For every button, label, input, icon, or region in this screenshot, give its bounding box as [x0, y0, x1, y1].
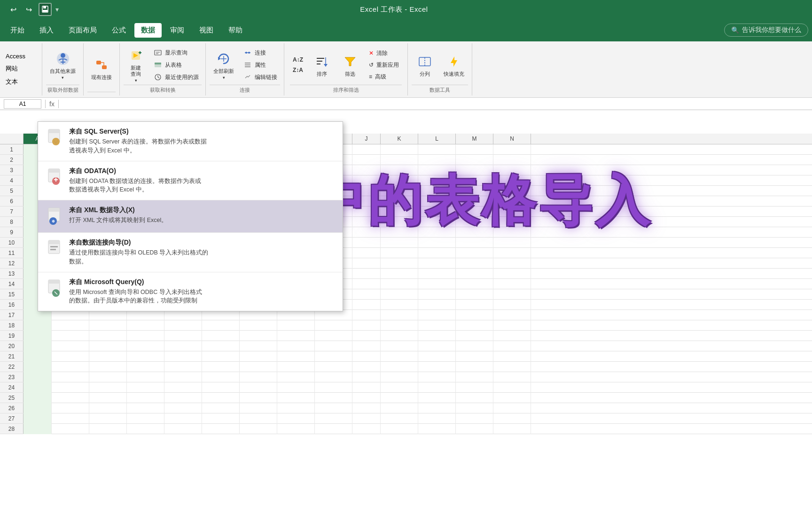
cell[interactable]	[315, 403, 352, 413]
cell[interactable]	[164, 331, 202, 341]
cell[interactable]	[240, 310, 277, 320]
cell[interactable]	[202, 382, 240, 393]
cell[interactable]	[418, 217, 456, 227]
cell[interactable]	[202, 424, 240, 434]
split-column-button[interactable]: 分列	[412, 51, 438, 79]
dropdown-data-wizard[interactable]: 来自数据连接向导(D) 通过使用数据连接向导和 OLEDB 导入未列出格式的数据…	[38, 233, 343, 272]
col-header-k[interactable]: K	[381, 134, 418, 144]
cell[interactable]	[456, 362, 493, 372]
cell[interactable]	[352, 372, 381, 382]
dropdown-sql-server[interactable]: 来自 SQL Server(S) 创建到 SQL Server 表的连接。将数据…	[38, 122, 343, 161]
menu-item-help[interactable]: 帮助	[222, 23, 249, 38]
za-sort-btn[interactable]: Z↕A	[290, 65, 306, 75]
cell[interactable]	[456, 413, 493, 424]
cell[interactable]	[23, 403, 52, 413]
cell[interactable]	[493, 341, 531, 351]
dropdown-arrow[interactable]: ▾	[55, 6, 59, 13]
cell[interactable]	[352, 424, 381, 434]
cell[interactable]	[277, 372, 315, 382]
cell[interactable]	[352, 186, 381, 196]
cell[interactable]	[89, 424, 127, 434]
menu-item-data[interactable]: 数据	[134, 23, 162, 38]
cell[interactable]	[418, 382, 456, 393]
cell[interactable]	[127, 382, 164, 393]
cell[interactable]	[202, 331, 240, 341]
cell[interactable]	[352, 227, 381, 238]
cell[interactable]	[456, 289, 493, 300]
cell[interactable]	[127, 362, 164, 372]
cell[interactable]	[418, 403, 456, 413]
cell[interactable]	[418, 362, 456, 372]
cell[interactable]	[456, 310, 493, 320]
cell[interactable]	[381, 393, 418, 403]
cell[interactable]	[381, 144, 418, 155]
cell[interactable]	[202, 351, 240, 362]
cell[interactable]	[52, 372, 89, 382]
cell[interactable]	[240, 362, 277, 372]
cell[interactable]	[352, 403, 381, 413]
cell[interactable]	[23, 382, 52, 393]
cell[interactable]	[352, 331, 381, 341]
cell[interactable]	[493, 279, 531, 289]
cell[interactable]	[315, 424, 352, 434]
cell[interactable]	[493, 289, 531, 300]
cell[interactable]	[89, 351, 127, 362]
dropdown-odata[interactable]: 来自 ODATA(O) 创建到 ODATA 数据馈送的连接。将数据作为表或数据透…	[38, 161, 343, 201]
cell[interactable]	[240, 382, 277, 393]
cell[interactable]	[315, 382, 352, 393]
cell[interactable]	[381, 403, 418, 413]
cell[interactable]	[456, 144, 493, 155]
cell[interactable]	[89, 320, 127, 331]
cell[interactable]	[493, 393, 531, 403]
cell[interactable]	[418, 155, 456, 165]
cell[interactable]	[456, 424, 493, 434]
cell[interactable]	[493, 269, 531, 279]
cell[interactable]	[352, 362, 381, 372]
cell[interactable]	[277, 331, 315, 341]
clear-filter-btn[interactable]: ✕ 清除	[366, 48, 402, 59]
cell[interactable]	[493, 413, 531, 424]
cell[interactable]	[381, 372, 418, 382]
cell[interactable]	[127, 393, 164, 403]
cell[interactable]	[352, 258, 381, 269]
cell[interactable]	[493, 248, 531, 258]
cell[interactable]	[418, 413, 456, 424]
cell[interactable]	[381, 269, 418, 279]
cell[interactable]	[89, 372, 127, 382]
cell[interactable]	[240, 403, 277, 413]
cell[interactable]	[315, 331, 352, 341]
cell[interactable]	[418, 206, 456, 217]
cell[interactable]	[456, 331, 493, 341]
connections-btn[interactable]: 连接	[241, 47, 280, 58]
cell[interactable]	[52, 403, 89, 413]
cell[interactable]	[381, 424, 418, 434]
cell[interactable]	[277, 424, 315, 434]
cell[interactable]	[493, 165, 531, 175]
cell[interactable]	[418, 310, 456, 320]
dropdown-ms-query[interactable]: 来自 Microsoft Query(Q) 使用 Microsoft 查询向导和…	[38, 272, 343, 311]
cell[interactable]	[493, 258, 531, 269]
cell[interactable]	[456, 217, 493, 227]
cell[interactable]	[381, 165, 418, 175]
cell[interactable]	[127, 424, 164, 434]
cell[interactable]	[352, 248, 381, 258]
cell[interactable]	[202, 320, 240, 331]
cell[interactable]	[456, 393, 493, 403]
cell[interactable]	[164, 320, 202, 331]
cell[interactable]	[315, 372, 352, 382]
cell[interactable]	[89, 403, 127, 413]
cell[interactable]	[315, 393, 352, 403]
cell[interactable]	[381, 258, 418, 269]
cell[interactable]	[381, 196, 418, 206]
cell[interactable]	[493, 227, 531, 238]
cell[interactable]	[418, 372, 456, 382]
cell[interactable]	[352, 393, 381, 403]
cell[interactable]	[352, 165, 381, 175]
cell[interactable]	[493, 217, 531, 227]
cell[interactable]	[381, 186, 418, 196]
flash-fill-button[interactable]: 快速填充	[440, 51, 468, 79]
cell[interactable]	[127, 403, 164, 413]
cell[interactable]	[456, 238, 493, 248]
cell[interactable]	[381, 238, 418, 248]
sidebar-text-label[interactable]: 文本	[4, 77, 38, 87]
